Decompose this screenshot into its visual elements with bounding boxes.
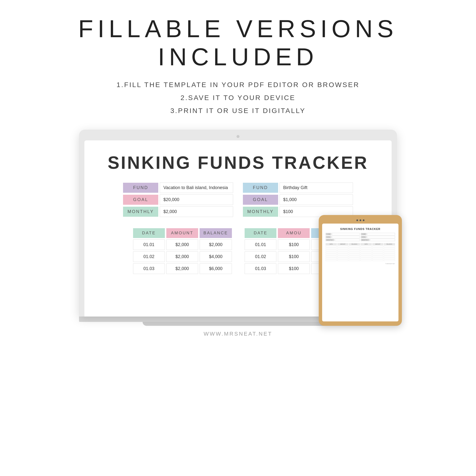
fund1-monthly-label: MONTHLY (123, 207, 158, 217)
tablet-fund-val-2 (367, 233, 395, 235)
tablet-camera-row (322, 220, 398, 221)
fund-block-1: FUND Vacation to Bali island, Indonesia … (123, 183, 233, 217)
table-row: 01.02 $2,000 $4,000 (133, 252, 232, 262)
table-row: 01.03 $2,000 $6,000 (133, 263, 232, 274)
th-balance-1: BALANCE (200, 228, 232, 238)
tablet-row-5 (325, 254, 395, 255)
laptop-stand (143, 322, 333, 326)
tablet-dot-1 (357, 220, 358, 221)
tablet-goal-val-2 (367, 236, 395, 238)
fund1-fund-value: Vacation to Bali island, Indonesia (160, 183, 233, 193)
t2-r1-date: 01.01 (245, 239, 276, 250)
tablet-row-2 (325, 248, 395, 249)
tablet-monthly-val (335, 239, 360, 241)
tablet-monthly-label-2: MONTHLY (361, 239, 370, 241)
tablet-goal-label: GOAL (325, 236, 331, 238)
t1-r1-date: 01.01 (133, 239, 165, 250)
tablet-th-date2: DATE (360, 243, 372, 245)
th-amount-2: AMOU (278, 228, 310, 238)
tablet-fund-info: FUND GOAL MONTHLY (325, 233, 395, 242)
step-2: 2.SAVE IT TO YOUR DEVICE (0, 91, 476, 104)
main-title: FILLABLE VERSIONS INCLUDED (0, 15, 476, 71)
tablet-dot-3 (363, 220, 364, 221)
step-3: 3.PRINT IT OR USE IT DIGITALLY (0, 104, 476, 117)
t1-r3-date: 01.03 (133, 263, 165, 274)
tablet-th-date1: DATE (325, 243, 337, 245)
tablet-th-balance1: BALANCE (349, 243, 360, 245)
tablet-row-6 (325, 255, 395, 257)
step-1: 1.FILL THE TEMPLATE IN YOUR PDF EDITOR O… (0, 78, 476, 91)
t2-r1-amount: $100 (278, 239, 310, 250)
t1-r2-date: 01.02 (133, 252, 165, 262)
tablet-dot-2 (359, 220, 361, 221)
tablet-row-4 (325, 252, 395, 253)
t2-r3-date: 01.03 (245, 263, 276, 274)
tablet-th-balance2: BALANCE (384, 243, 395, 245)
th-date-2: DATE (245, 228, 276, 238)
tablet-table-header: DATE AMOUNT BALANCE DATE AMOUNT BALANCE (325, 243, 395, 245)
t1-r2-amount: $2,000 (166, 252, 198, 262)
tablet-row-1 (325, 246, 395, 247)
tablet-row-8 (325, 259, 395, 261)
t1-r2-balance: $4,000 (200, 252, 232, 262)
t1-r3-amount: $2,000 (166, 263, 198, 274)
tablet-goal-row: GOAL (325, 236, 360, 238)
fund2-fund-value: Birthday Gift (280, 183, 353, 193)
fund2-goal-label: GOAL (243, 195, 278, 205)
fund1-goal-label: GOAL (123, 195, 158, 205)
fund-block-2: FUND Birthday Gift GOAL $1,000 MONTHLY $… (243, 183, 353, 217)
th-date-1: DATE (133, 228, 165, 238)
page-footer: WWW.MRSNEAT.NET (204, 331, 272, 337)
tablet-fund-label: FUND (325, 233, 331, 235)
laptop-wrapper: SINKING FUNDS TRACKER FUND Vacation to B… (79, 130, 397, 326)
fund2-fund-label: FUND (243, 183, 278, 193)
tablet-monthly-label: MONTHLY (325, 239, 334, 241)
fund1-monthly-value: $2,000 (160, 206, 233, 217)
tablet-tracker-title: SINKING FUNDS TRACKER (325, 227, 395, 230)
tablet-th-amount2: AMOUNT (372, 243, 384, 245)
t1-r3-balance: $6,000 (200, 263, 232, 274)
t2-r2-amount: $100 (278, 252, 310, 262)
laptop-camera (237, 135, 239, 138)
tablet-footer: © MRSNEAT.NET (325, 263, 395, 264)
t2-r3-amount: $100 (278, 263, 310, 274)
tablet-screen: SINKING FUNDS TRACKER FUND GOAL (322, 223, 398, 322)
tablet-row-3 (325, 250, 395, 251)
tracker-title: SINKING FUNDS TRACKER (99, 153, 377, 173)
tablet-row-7 (325, 257, 395, 259)
tablet-frame: SINKING FUNDS TRACKER FUND GOAL (319, 215, 402, 326)
tablet-goal-val (332, 236, 360, 238)
subtitle-list: 1.FILL THE TEMPLATE IN YOUR PDF EDITOR O… (0, 78, 476, 118)
tablet-monthly-row-2: MONTHLY (361, 239, 395, 241)
fund1-fund-label: FUND (123, 183, 158, 193)
device-section: SINKING FUNDS TRACKER FUND Vacation to B… (0, 130, 476, 326)
transaction-table-1: DATE AMOUNT BALANCE 01.01 $2,000 $2,000 (132, 227, 233, 275)
tablet-fund-left: FUND GOAL MONTHLY (325, 233, 360, 242)
tablet-wrapper: SINKING FUNDS TRACKER FUND GOAL (319, 215, 402, 326)
tablet-th-amount1: AMOUNT (337, 243, 349, 245)
fund2-goal-value: $1,000 (280, 194, 353, 205)
tablet-fund-right: FUND GOAL MONTHLY (361, 233, 395, 242)
tablet-monthly-val-2 (370, 239, 395, 241)
t2-r2-date: 01.02 (245, 252, 276, 262)
tablet-fund-row-2: FUND (361, 233, 395, 235)
tablet-goal-label-2: GOAL (361, 236, 367, 238)
fund-info-row: FUND Vacation to Bali island, Indonesia … (99, 183, 377, 217)
header-section: FILLABLE VERSIONS INCLUDED 1.FILL THE TE… (0, 0, 476, 122)
t1-r1-amount: $2,000 (166, 239, 198, 250)
tablet-fund-val (332, 233, 360, 235)
table-row: 01.01 $2,000 $2,000 (133, 239, 232, 250)
tablet-monthly-row: MONTHLY (325, 239, 360, 241)
fund2-monthly-label: MONTHLY (243, 207, 278, 217)
tablet-fund-row: FUND (325, 233, 360, 235)
fund1-goal-value: $20,000 (160, 194, 233, 205)
t1-r1-balance: $2,000 (200, 239, 232, 250)
tablet-fund-label-2: FUND (361, 233, 367, 235)
th-amount-1: AMOUNT (166, 228, 198, 238)
tablet-goal-row-2: GOAL (361, 236, 395, 238)
